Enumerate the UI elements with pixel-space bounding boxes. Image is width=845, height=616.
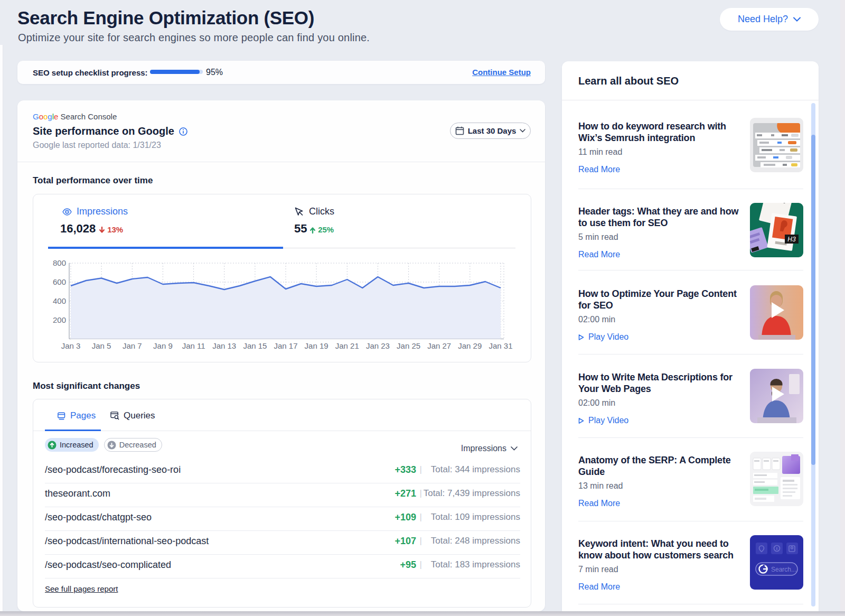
svg-text:600: 600 [53, 277, 66, 286]
svg-text:Jan 23: Jan 23 [366, 341, 390, 350]
svg-text:Jan 5: Jan 5 [92, 341, 111, 350]
svg-text:Jan 13: Jan 13 [212, 341, 236, 350]
svg-text:Jan 15: Jan 15 [243, 341, 267, 350]
svg-text:H3: H3 [787, 236, 796, 243]
svg-text:Jan 9: Jan 9 [153, 341, 173, 350]
svg-text:Jan 29: Jan 29 [458, 341, 482, 350]
svg-text:Jan 19: Jan 19 [305, 341, 328, 350]
svg-text:Jan 31: Jan 31 [489, 341, 512, 350]
svg-text:Jan 21: Jan 21 [335, 341, 359, 350]
svg-text:400: 400 [53, 296, 66, 305]
svg-text:Jan 27: Jan 27 [427, 341, 451, 350]
svg-text:Jan 7: Jan 7 [123, 341, 142, 350]
svg-text:Jan 17: Jan 17 [274, 341, 297, 350]
svg-text:Search...: Search... [771, 566, 796, 573]
svg-text:Jan 11: Jan 11 [182, 341, 205, 350]
svg-text:200: 200 [53, 315, 66, 324]
svg-text:Jan 3: Jan 3 [61, 341, 81, 350]
svg-text:800: 800 [53, 258, 66, 267]
svg-text:Jan 25: Jan 25 [397, 341, 420, 350]
